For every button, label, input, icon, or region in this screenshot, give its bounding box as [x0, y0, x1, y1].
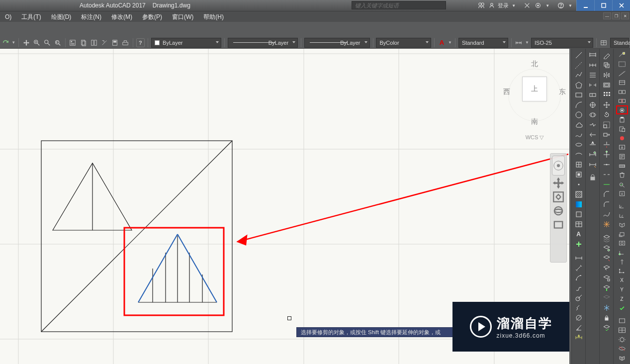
- tablestyle-icon[interactable]: [600, 38, 608, 47]
- join-tool[interactable]: [602, 180, 612, 189]
- viewcube-top-face[interactable]: 上: [522, 77, 547, 101]
- mtext-tool[interactable]: A: [574, 230, 584, 239]
- ucs-world-tool[interactable]: [616, 202, 629, 211]
- dimtedit-tool[interactable]: A: [588, 140, 598, 149]
- ellipse-tool[interactable]: [574, 140, 584, 149]
- zoom-previous-button[interactable]: [54, 38, 62, 47]
- ucs-3point-tool[interactable]: [616, 267, 629, 275]
- ucs-origin-tool[interactable]: [616, 249, 629, 257]
- steering-wheel-button[interactable]: [552, 156, 565, 176]
- dim-diameter-tool[interactable]: [574, 313, 584, 322]
- gradient-tool[interactable]: [574, 200, 584, 209]
- layer-iso-tool[interactable]: [602, 254, 612, 263]
- dimension-icon[interactable]: [515, 38, 523, 47]
- ungroup-tool[interactable]: [616, 97, 629, 105]
- jogline-tool[interactable]: [588, 120, 598, 129]
- polyline-tool[interactable]: [574, 71, 584, 80]
- dimspace-tool[interactable]: [588, 71, 598, 80]
- polygon-tool[interactable]: [574, 81, 584, 90]
- point-tool[interactable]: [574, 180, 584, 189]
- region-tool[interactable]: [574, 210, 584, 219]
- mdi-close[interactable]: ✕: [621, 12, 629, 19]
- view-cube[interactable]: 北 南 西 东 上 WCS ▽: [502, 54, 567, 143]
- mirror-tool[interactable]: [602, 71, 612, 80]
- mdi-minimize[interactable]: —: [603, 12, 611, 19]
- drawing-canvas[interactable]: 北 南 西 东 上 WCS ▽ 选择要修剪的对象，或按住 Shift 键选择要延…: [0, 49, 569, 364]
- dim-radius-tool[interactable]: [574, 293, 584, 302]
- ucs-y-tool[interactable]: Y: [616, 285, 629, 294]
- textstyle-dropdown[interactable]: Standard: [458, 38, 508, 48]
- linetype-dropdown[interactable]: ByLayer: [228, 38, 298, 48]
- layer-freeze-tool[interactable]: [602, 303, 612, 312]
- ucs-x-tool[interactable]: X: [616, 276, 629, 285]
- properties-button[interactable]: [69, 38, 77, 47]
- match-properties-tool[interactable]: [616, 51, 629, 59]
- viewport-tool[interactable]: [616, 326, 629, 335]
- menu-item-dimension[interactable]: 标注(N): [76, 11, 106, 22]
- ucs-prev-tool[interactable]: [616, 211, 629, 220]
- viewcube-east[interactable]: 东: [559, 88, 566, 96]
- chamfer-tool[interactable]: [602, 190, 612, 199]
- dim-jogged-tool[interactable]: [574, 303, 584, 312]
- break-at-point-tool[interactable]: [602, 160, 612, 169]
- publish-button[interactable]: [121, 38, 130, 47]
- hide-tool[interactable]: [616, 345, 629, 353]
- pan-button[interactable]: [22, 38, 30, 47]
- ellipse-arc-tool[interactable]: [574, 150, 584, 159]
- layer-lock-tool[interactable]: [602, 313, 612, 322]
- make-block-tool[interactable]: [574, 170, 584, 179]
- hatch-tool[interactable]: [574, 190, 584, 199]
- ucs-object-tool[interactable]: [616, 230, 629, 239]
- table-tool[interactable]: [574, 220, 584, 229]
- offset-tool[interactable]: [602, 81, 612, 90]
- clipboard-tool[interactable]: [616, 115, 629, 124]
- units-tool[interactable]: [616, 162, 629, 170]
- layer-prop-tool[interactable]: [602, 234, 612, 243]
- copy-tool[interactable]: [602, 61, 612, 70]
- circle-tool[interactable]: [574, 110, 584, 119]
- menu-item-modify[interactable]: 修改(M): [106, 11, 137, 22]
- lineweight-dropdown[interactable]: ByLayer: [304, 38, 369, 48]
- spline-tool[interactable]: [574, 130, 584, 139]
- setvar-tool[interactable]: [616, 79, 629, 87]
- erase-tool[interactable]: [602, 51, 612, 60]
- named-views-tool[interactable]: [616, 317, 629, 325]
- login-button[interactable]: 登录 ▼: [489, 2, 516, 9]
- trim-tool[interactable]: [602, 140, 612, 149]
- tablestyle-dropdown[interactable]: Standa: [610, 38, 629, 48]
- a360-icon[interactable]: [535, 2, 541, 9]
- visual-style-tool[interactable]: [616, 354, 629, 362]
- stretch-tool[interactable]: [602, 130, 612, 139]
- paste-tool[interactable]: [616, 125, 629, 133]
- dim-ordinate-tool[interactable]: [574, 283, 584, 292]
- layer-make-current-tool[interactable]: [602, 323, 612, 332]
- add-selected-tool[interactable]: [574, 240, 584, 249]
- action-recorder-tool[interactable]: [616, 134, 629, 142]
- audit-tool[interactable]: [616, 181, 629, 189]
- ucs-apply-tool[interactable]: [616, 304, 629, 312]
- fillet-tool[interactable]: [602, 200, 612, 209]
- zoom-window-button[interactable]: [43, 38, 51, 47]
- construction-line-tool[interactable]: [574, 61, 584, 70]
- search-input[interactable]: 键入关键字或短语: [352, 1, 446, 9]
- pan-nav-button[interactable]: [552, 177, 565, 189]
- explode-tool[interactable]: [602, 220, 612, 229]
- quickcalc-button[interactable]: [111, 38, 119, 47]
- sheetset-button[interactable]: [79, 38, 88, 47]
- select-all-tool[interactable]: [616, 60, 629, 69]
- window-close[interactable]: [612, 0, 630, 11]
- ucs-face-tool[interactable]: [616, 221, 629, 229]
- dim-baseline-tool[interactable]: [588, 51, 598, 60]
- ucs-zaxis-tool[interactable]: Z: [616, 295, 629, 303]
- layer-dropdown[interactable]: ByLayer: [151, 38, 221, 48]
- array-tool[interactable]: [602, 91, 612, 99]
- move-tool[interactable]: [602, 100, 612, 109]
- menu-item-window[interactable]: 窗口(W): [167, 11, 198, 22]
- exchange-icon[interactable]: [524, 2, 531, 9]
- layer-off-tool[interactable]: [602, 293, 612, 302]
- tolerance-tool[interactable]: [588, 91, 598, 99]
- window-maximize[interactable]: [594, 0, 612, 11]
- blend-tool[interactable]: [602, 210, 612, 219]
- script-tool[interactable]: [616, 153, 629, 161]
- isolate-tool[interactable]: [616, 106, 629, 115]
